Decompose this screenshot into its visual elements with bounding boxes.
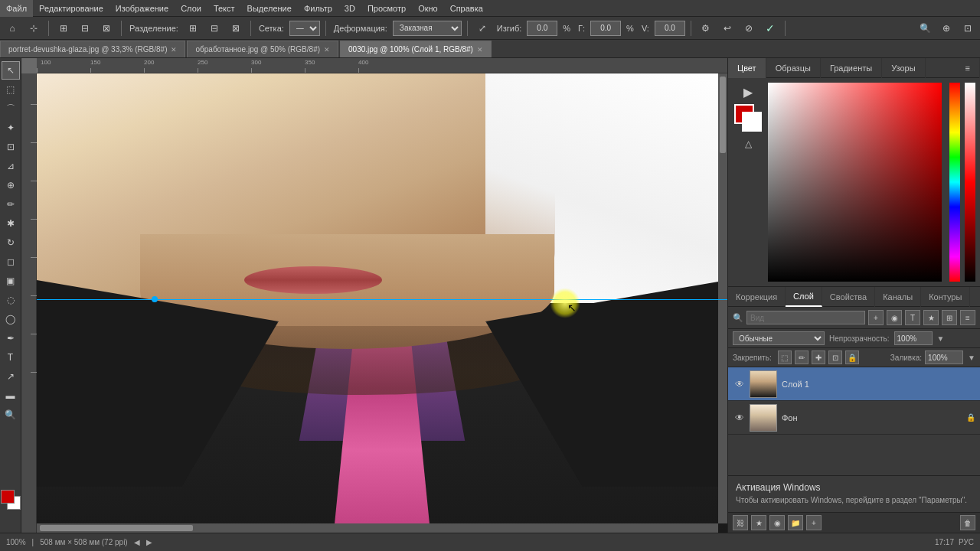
menu-item-view[interactable]: Просмотр — [361, 0, 412, 17]
tab-0[interactable]: portret-devushka-glaza.jpg @ 33,3% (RGB/… — [0, 41, 185, 57]
tab-2[interactable]: 0030.jpg @ 100% (Слой 1, RGB/8#) ✕ — [340, 41, 492, 57]
lock-transparent-btn[interactable]: ⬚ — [778, 350, 792, 364]
layer-attr-btn[interactable]: ≡ — [960, 310, 975, 325]
color-alpha-bar[interactable] — [965, 83, 975, 282]
home-btn[interactable]: ⌂ — [3, 19, 21, 37]
delete-layer-btn[interactable]: 🗑 — [960, 515, 975, 530]
tool-move[interactable]: ↖ — [2, 61, 20, 80]
layer-item-0[interactable]: 👁 Слой 1 — [728, 367, 980, 401]
move-btn[interactable]: ⊹ — [24, 19, 43, 37]
search-btn[interactable]: 🔍 — [916, 19, 934, 37]
layer-item-1[interactable]: 👁 Фон 🔒 — [728, 401, 980, 435]
grid-type-btn-1[interactable]: ⊞ — [184, 19, 202, 37]
extra-btn-2[interactable]: ⊡ — [959, 19, 977, 37]
layer-effect-btn[interactable]: ★ — [923, 310, 939, 325]
menu-item-filter[interactable]: Фильтр — [298, 0, 338, 17]
add-style-btn[interactable]: ★ — [751, 515, 766, 530]
tool-history-brush[interactable]: ↻ — [2, 233, 20, 252]
tab-paths[interactable]: Контуры — [921, 287, 970, 307]
color-triangle-btn[interactable]: △ — [739, 135, 757, 153]
blend-mode-select[interactable]: Обычные — [733, 331, 825, 345]
layer-color-btn[interactable]: ◉ — [887, 310, 902, 325]
horizontal-guide[interactable] — [37, 299, 727, 300]
settings-btn[interactable]: ⚙ — [697, 19, 715, 37]
color-gradient-picker[interactable] — [768, 83, 942, 282]
confirm-transform-btn[interactable]: ✓ — [761, 19, 779, 37]
layer-mode-btn[interactable]: ⊞ — [942, 310, 957, 325]
tab-1-close[interactable]: ✕ — [324, 46, 330, 54]
tab-correction[interactable]: Коррекция — [728, 287, 786, 307]
menu-item-image[interactable]: Изображение — [109, 0, 175, 17]
tab-2-close[interactable]: ✕ — [477, 46, 483, 54]
grid-type-btn-3[interactable]: ⊠ — [227, 19, 245, 37]
menu-item-edit[interactable]: Редактирование — [33, 0, 109, 17]
menu-item-file[interactable]: Файл — [0, 0, 33, 17]
tool-crop[interactable]: ⊡ — [2, 138, 20, 156]
tab-swatches[interactable]: Образцы — [766, 58, 821, 78]
v-input[interactable] — [655, 21, 685, 36]
fill-expand-icon[interactable]: ▼ — [968, 354, 975, 362]
canvas-content[interactable]: ↖ — [37, 73, 727, 533]
layers-search-input[interactable] — [746, 311, 865, 324]
tab-0-close[interactable]: ✕ — [171, 46, 177, 54]
guide-handle-left[interactable] — [152, 296, 158, 302]
fg-color-swatch[interactable] — [1, 490, 15, 504]
tab-1[interactable]: обработанное.jpg @ 50% (RGB/8#) ✕ — [187, 41, 338, 57]
fill-input[interactable] — [925, 350, 963, 364]
grid-btn-2[interactable]: ⊟ — [76, 19, 94, 37]
tool-lasso[interactable]: ⌒ — [2, 99, 20, 118]
tool-gradient[interactable]: ▣ — [2, 272, 20, 290]
tab-properties[interactable]: Свойства — [822, 287, 875, 307]
link-layers-btn[interactable]: ⛓ — [733, 515, 748, 530]
tool-pen[interactable]: ✒ — [2, 329, 20, 347]
menu-item-window[interactable]: Окно — [412, 0, 444, 17]
new-group-btn[interactable]: 📁 — [788, 515, 803, 530]
menu-item-help[interactable]: Справка — [444, 0, 489, 17]
color-playback-btn[interactable]: ▶ — [739, 83, 757, 101]
h-input[interactable] — [590, 21, 621, 36]
bg-color-box[interactable] — [742, 112, 762, 132]
canvas-image[interactable]: ↖ — [37, 73, 727, 533]
tool-heal[interactable]: ⊕ — [2, 176, 20, 194]
tab-patterns[interactable]: Узоры — [882, 58, 925, 78]
menu-item-layers[interactable]: Слои — [175, 0, 207, 17]
cancel-transform-btn[interactable]: ⊘ — [740, 19, 758, 37]
extra-btn-1[interactable]: ⊕ — [937, 19, 956, 37]
color-spectrum-bar[interactable] — [949, 83, 960, 282]
tool-path-select[interactable]: ↗ — [2, 367, 20, 386]
undo-btn[interactable]: ↩ — [718, 19, 737, 37]
add-mask-btn[interactable]: ◉ — [769, 515, 785, 530]
deformation-select[interactable]: Заказная — [393, 21, 462, 36]
tab-channels[interactable]: Каналы — [875, 287, 921, 307]
layer-1-visibility[interactable]: 👁 — [733, 411, 746, 425]
menu-item-text[interactable]: Текст — [207, 0, 241, 17]
tool-dodge[interactable]: ◯ — [2, 310, 20, 328]
lock-position-btn[interactable]: ✚ — [812, 350, 825, 364]
tool-shape[interactable]: ▬ — [2, 386, 20, 405]
scale-x-input[interactable] — [527, 21, 557, 36]
transform-icon[interactable]: ⤢ — [473, 19, 492, 37]
layer-0-visibility[interactable]: 👁 — [733, 377, 746, 391]
tab-layer[interactable]: Слой — [786, 287, 822, 307]
grid-btn-3[interactable]: ⊠ — [97, 19, 116, 37]
opacity-expand-icon[interactable]: ▼ — [937, 334, 945, 343]
tool-magic-wand[interactable]: ✦ — [2, 119, 20, 137]
grid-btn-1[interactable]: ⊞ — [54, 19, 73, 37]
tool-text[interactable]: T — [2, 348, 20, 367]
tool-eraser[interactable]: ◻ — [2, 253, 20, 271]
menu-item-3d[interactable]: 3D — [338, 0, 361, 17]
layer-text-btn[interactable]: T — [905, 310, 920, 325]
status-arrow-left[interactable]: ◀ — [134, 538, 140, 546]
new-layer-btn[interactable]: + — [806, 515, 822, 530]
tool-eyedropper[interactable]: ⊿ — [2, 157, 20, 175]
tool-blur[interactable]: ◌ — [2, 291, 20, 309]
opacity-input[interactable] — [894, 331, 933, 345]
menu-item-select[interactable]: Выделение — [241, 0, 298, 17]
h-scrollbar[interactable] — [37, 523, 718, 533]
v-scrollbar[interactable] — [718, 73, 727, 523]
lock-all-btn[interactable]: 🔒 — [845, 350, 859, 364]
lock-artboard-btn[interactable]: ⊡ — [828, 350, 842, 364]
tool-zoom[interactable]: 🔍 — [2, 406, 20, 424]
grid-type-btn-2[interactable]: ⊟ — [205, 19, 224, 37]
status-arrow-right[interactable]: ▶ — [146, 538, 152, 546]
